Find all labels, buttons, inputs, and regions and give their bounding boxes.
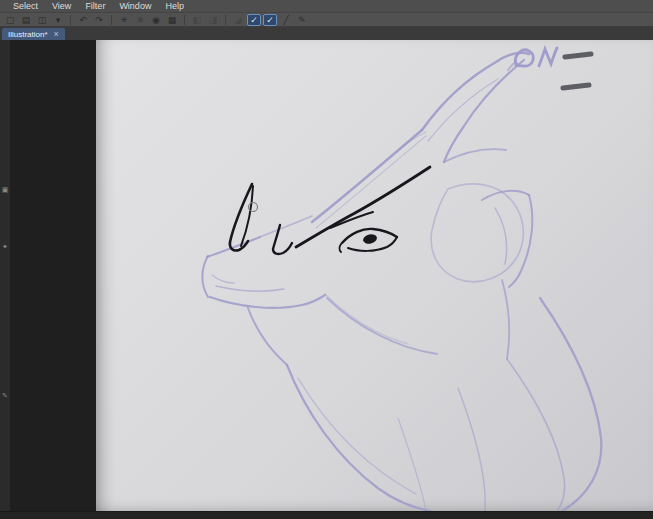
tab-label: Illustration* [8, 30, 48, 39]
ink-strokes [230, 167, 430, 254]
gradient-icon[interactable]: ◢ [231, 14, 245, 26]
menu-item-filter[interactable]: Filter [78, 0, 112, 12]
snap-first-icon[interactable]: ◧ [190, 14, 204, 26]
toolbar-separator [70, 15, 71, 25]
menu-item-select[interactable]: Select [6, 0, 45, 12]
save-icon[interactable]: ◫ [35, 14, 49, 26]
eye-pupil [362, 233, 378, 245]
menu-item-help[interactable]: Help [158, 0, 191, 12]
smoothing-check-icon[interactable]: ✓ [263, 14, 277, 26]
brightness-icon[interactable]: ☼ [133, 14, 147, 26]
line-tool-icon[interactable]: ╱ [279, 14, 293, 26]
document-tab-illustration[interactable]: Illustration* × [2, 28, 65, 40]
menu-bar: Select View Filter Window Help [0, 0, 653, 13]
dropdown-arrow-icon[interactable]: ▾ [51, 14, 65, 26]
canvas-artwork [96, 40, 653, 511]
undo-icon[interactable]: ↶ [76, 14, 90, 26]
document-tab-bar: Illustration* × [0, 27, 653, 40]
grid-icon[interactable]: ▦ [165, 14, 179, 26]
menu-item-view[interactable]: View [45, 0, 78, 12]
rail-pen-icon[interactable]: ✎ [1, 392, 9, 400]
toolbar-separator [225, 15, 226, 25]
main-area: ▣ ✦ ✎ [0, 40, 653, 511]
color-lamp-icon[interactable]: ◉ [149, 14, 163, 26]
brush-tool-icon[interactable]: ✎ [295, 14, 309, 26]
new-document-icon[interactable]: ▢ [3, 14, 17, 26]
tab-close-icon[interactable]: × [54, 30, 59, 38]
drawing-canvas[interactable] [96, 40, 653, 511]
toolbar-separator [184, 15, 185, 25]
snap-second-icon[interactable]: ◨ [206, 14, 220, 26]
antialias-check-icon[interactable]: ✓ [247, 14, 261, 26]
open-file-icon[interactable]: ▤ [19, 14, 33, 26]
menu-item-window[interactable]: Window [112, 0, 158, 12]
toolbar-separator [111, 15, 112, 25]
rail-star-icon[interactable]: ✦ [1, 243, 9, 251]
brush-cursor [249, 203, 258, 212]
redo-icon[interactable]: ↷ [92, 14, 106, 26]
status-bar [0, 511, 653, 519]
left-panel: ▣ ✦ ✎ [0, 40, 96, 511]
rail-selection-icon[interactable]: ▣ [1, 186, 9, 194]
rotate-reset-icon[interactable]: ✳ [117, 14, 131, 26]
sketch-lavender-strokes [202, 53, 601, 511]
toolbar: ▢ ▤ ◫ ▾ ↶ ↷ ✳ ☼ ◉ ▦ ◧ ◨ ◢ ✓ ✓ ╱ ✎ [0, 13, 653, 27]
tool-rail: ▣ ✦ ✎ [0, 40, 10, 511]
